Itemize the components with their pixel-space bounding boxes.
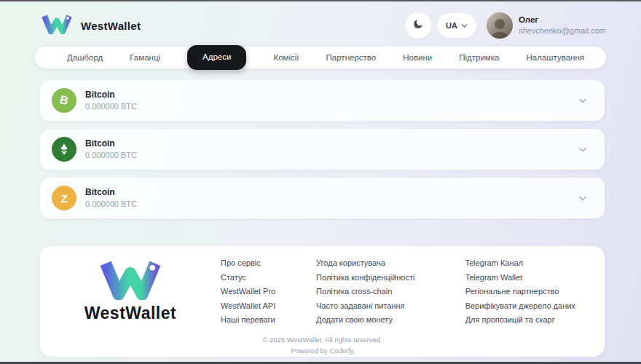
brand-name: WestWallet: [81, 20, 141, 32]
user-name: Олег: [519, 15, 606, 26]
westwallet-logo-icon: [95, 259, 165, 303]
footer-link[interactable]: Про сервіс: [221, 256, 316, 271]
wallet-name: Bitcoin: [85, 89, 137, 100]
bitcoin-icon: B: [52, 88, 76, 113]
nav-tab[interactable]: Підтримка: [459, 53, 499, 62]
wallet-balance: 0.000000 BTC: [85, 101, 137, 112]
footer-link[interactable]: Telegram Канал: [465, 256, 587, 271]
footer-link[interactable]: Наші переваги: [221, 313, 316, 328]
footer-link[interactable]: Політика cross-chain: [316, 285, 465, 299]
wallet-name: Bitcoin: [85, 186, 137, 198]
nav-tab[interactable]: Новини: [403, 53, 432, 62]
moon-icon: [412, 18, 424, 33]
footer-column-legal: Угода користувачаПолітика конфіденційнос…: [316, 256, 465, 328]
footer: WestWallet Про сервісСтатусWestWallet Pr…: [40, 246, 605, 357]
brand[interactable]: WestWallet: [40, 14, 141, 37]
footer-link[interactable]: Регіональне партнерство: [465, 285, 587, 299]
language-selector[interactable]: UA: [437, 13, 476, 38]
wallet-list: BBitcoin0.000000 BTCBitcoin0.000000 BTCZ…: [40, 80, 605, 218]
footer-column-contacts: Telegram КаналTelegram WalletРегіональне…: [465, 256, 587, 328]
footer-bottom: © 2025 WestWallet. All rights reserved. …: [58, 334, 587, 356]
page: WestWallet UA Олег: [0, 1, 641, 357]
chevron-down-icon[interactable]: [578, 195, 587, 202]
header-actions: UA Олег shevchenko@gmail.com: [405, 12, 606, 39]
footer-link[interactable]: WestWallet API: [221, 299, 316, 314]
main-nav: ДашбордГаманціАдресиКомісіїПартнерствоНо…: [35, 47, 606, 68]
footer-column-service: Про сервісСтатусWestWallet ProWestWallet…: [221, 256, 316, 328]
wallet-name: Bitcoin: [85, 138, 137, 149]
wallet-card[interactable]: ZBitcoin0.000000 BTC: [40, 178, 605, 218]
chevron-down-icon[interactable]: [578, 98, 587, 104]
user-email: shevchenko@gmail.com: [519, 25, 606, 36]
theme-toggle-button[interactable]: [405, 12, 431, 39]
footer-link[interactable]: Верифікувати джерело даних: [465, 299, 587, 314]
chevron-down-icon[interactable]: [578, 146, 587, 153]
nav-tab[interactable]: Дашборд: [67, 53, 103, 62]
footer-brand-name: WestWallet: [84, 304, 176, 323]
language-code: UA: [446, 21, 457, 30]
wallet-card[interactable]: BBitcoin0.000000 BTC: [40, 80, 605, 121]
ethereum-classic-icon: [52, 137, 76, 162]
footer-link[interactable]: Додати свою монету: [316, 313, 465, 328]
nav-tab[interactable]: Комісії: [273, 53, 299, 62]
wallet-balance: 0.000000 BTC: [85, 199, 137, 210]
chevron-down-icon: [461, 21, 468, 30]
footer-link[interactable]: Для пропозицій та скарг: [465, 313, 587, 328]
wallet-card[interactable]: Bitcoin0.000000 BTC: [40, 129, 605, 170]
nav-tab[interactable]: Партнерство: [326, 53, 377, 62]
footer-brand: WestWallet: [58, 256, 203, 328]
nav-tab[interactable]: Налаштування: [527, 53, 584, 62]
copyright-text: © 2025 WestWallet. All rights reserved.: [58, 334, 587, 345]
footer-link[interactable]: Угода користувача: [316, 256, 465, 271]
user-meta[interactable]: Олег shevchenko@gmail.com: [519, 15, 606, 36]
nav-tab-active[interactable]: Адреси: [187, 45, 246, 70]
nav-tab[interactable]: Гаманці: [130, 53, 160, 62]
footer-link[interactable]: WestWallet Pro: [221, 285, 316, 299]
zcash-icon: Z: [52, 186, 76, 210]
westwallet-logo-icon: [40, 14, 74, 37]
footer-link[interactable]: Політика конфіденційності: [316, 271, 465, 285]
user-avatar[interactable]: [487, 12, 513, 39]
powered-by-text: Powered by Coderfy: [58, 345, 587, 356]
footer-link[interactable]: Telegram Wallet: [465, 271, 587, 285]
footer-link[interactable]: Часто задавані питання: [316, 299, 465, 314]
footer-columns: WestWallet Про сервісСтатусWestWallet Pr…: [58, 256, 587, 328]
wallet-balance: 0.000000 BTC: [85, 150, 137, 161]
footer-link[interactable]: Статус: [221, 271, 316, 285]
header: WestWallet UA Олег: [40, 11, 606, 40]
